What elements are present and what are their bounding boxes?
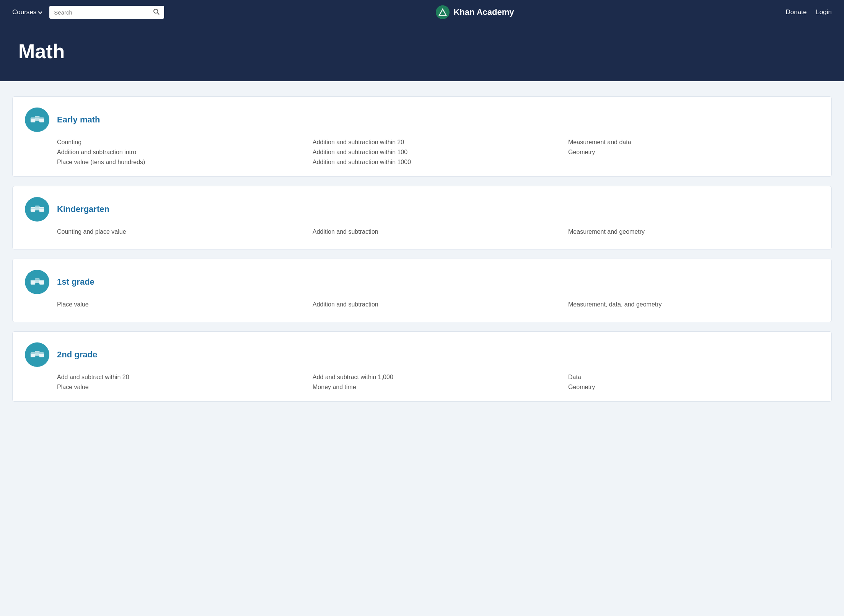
page-title: Math [18, 40, 826, 63]
course-header: Early math [25, 108, 819, 132]
svg-rect-8 [31, 118, 35, 119]
topic-link[interactable]: Addition and subtraction within 100 [313, 149, 564, 156]
topic-link[interactable]: Data [568, 374, 819, 381]
svg-rect-25 [39, 352, 44, 357]
svg-rect-21 [35, 279, 39, 280]
course-topics: Place valueAddition and subtractionMeasu… [57, 301, 819, 311]
course-card-early-math: Early mathCountingAddition and subtracti… [12, 96, 832, 177]
topic-link[interactable]: Geometry [568, 149, 819, 156]
topic-link[interactable]: Geometry [568, 384, 819, 391]
nav-logo: Khan Academy [172, 5, 778, 19]
nav-right: Donate Login [786, 8, 832, 16]
svg-rect-5 [31, 117, 35, 122]
topic-link[interactable]: Place value [57, 384, 308, 391]
donate-link[interactable]: Donate [786, 8, 807, 16]
chevron-down-icon [38, 10, 42, 14]
courses-list: Early mathCountingAddition and subtracti… [0, 81, 844, 417]
svg-rect-9 [35, 117, 39, 117]
course-title[interactable]: 1st grade [57, 277, 95, 287]
svg-rect-23 [31, 352, 35, 357]
svg-rect-14 [31, 208, 35, 209]
svg-rect-22 [39, 280, 44, 281]
courses-label: Courses [12, 8, 36, 16]
search-icon [153, 8, 160, 16]
topic-link[interactable]: Counting [57, 139, 308, 146]
svg-line-1 [158, 13, 159, 14]
course-topics: Counting and place valueAddition and sub… [57, 228, 819, 238]
svg-rect-24 [35, 351, 39, 356]
svg-rect-12 [35, 206, 39, 210]
course-icon [25, 197, 49, 222]
svg-rect-27 [35, 352, 39, 352]
svg-rect-6 [35, 116, 39, 121]
topic-link[interactable]: Measurement and geometry [568, 228, 819, 235]
topic-link[interactable]: Counting and place value [57, 228, 308, 235]
topic-link[interactable]: Place value (tens and hundreds) [57, 159, 308, 166]
svg-rect-16 [39, 208, 44, 209]
course-title[interactable]: Early math [57, 115, 100, 125]
topic-link[interactable]: Measurement, data, and geometry [568, 301, 819, 308]
svg-rect-19 [39, 280, 44, 284]
course-title[interactable]: 2nd grade [57, 350, 97, 360]
svg-rect-7 [39, 117, 44, 122]
topic-link[interactable]: Addition and subtraction [313, 301, 564, 308]
topic-link [568, 159, 819, 166]
topic-link[interactable]: Add and subtract within 1,000 [313, 374, 564, 381]
site-name: Khan Academy [453, 7, 514, 17]
topic-link[interactable]: Addition and subtraction within 1000 [313, 159, 564, 166]
course-card-kindergarten: KindergartenCounting and place valueAddi… [12, 186, 832, 249]
topic-link[interactable]: Addition and subtraction intro [57, 149, 308, 156]
topic-link[interactable]: Addition and subtraction within 20 [313, 139, 564, 146]
topic-link[interactable]: Addition and subtraction [313, 228, 564, 235]
svg-rect-17 [31, 280, 35, 284]
course-icon [25, 270, 49, 294]
course-topics: Add and subtract within 20Add and subtra… [57, 374, 819, 391]
course-header: Kindergarten [25, 197, 819, 222]
topic-link[interactable]: Place value [57, 301, 308, 308]
svg-rect-10 [39, 118, 44, 119]
topic-link[interactable]: Measurement and data [568, 139, 819, 146]
course-topics: CountingAddition and subtraction within … [57, 139, 819, 166]
topic-link[interactable]: Money and time [313, 384, 564, 391]
login-link[interactable]: Login [816, 8, 832, 16]
khan-academy-logo-icon [436, 5, 450, 19]
search-input[interactable] [54, 9, 150, 16]
svg-rect-26 [31, 353, 35, 354]
svg-rect-18 [35, 279, 39, 283]
svg-rect-11 [31, 207, 35, 212]
svg-rect-13 [39, 207, 44, 212]
course-card-2nd-grade: 2nd gradeAdd and subtract within 20Add a… [12, 331, 832, 402]
courses-dropdown[interactable]: Courses [12, 8, 42, 16]
course-header: 2nd grade [25, 342, 819, 367]
course-icon [25, 342, 49, 367]
course-card-1st-grade: 1st gradePlace valueAddition and subtrac… [12, 259, 832, 322]
topic-link[interactable]: Add and subtract within 20 [57, 374, 308, 381]
course-icon [25, 108, 49, 132]
hero-section: Math [0, 24, 844, 81]
search-box [49, 6, 164, 19]
course-title[interactable]: Kindergarten [57, 204, 109, 214]
svg-rect-28 [39, 353, 44, 354]
svg-rect-20 [31, 280, 35, 281]
svg-rect-15 [35, 206, 39, 207]
course-header: 1st grade [25, 270, 819, 294]
